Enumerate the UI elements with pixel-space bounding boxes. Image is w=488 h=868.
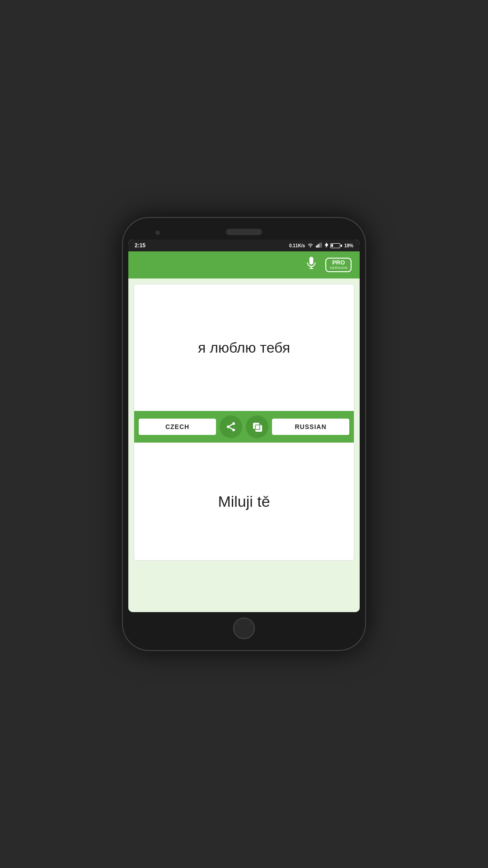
status-time: 2:15 — [135, 242, 145, 249]
battery-icon — [330, 243, 342, 248]
speaker — [226, 229, 262, 235]
copy-button[interactable] — [246, 415, 268, 438]
status-bar: 2:15 0.11K/s — [128, 240, 360, 251]
pro-version-badge[interactable]: PRO VERSION — [325, 258, 352, 272]
home-button[interactable] — [233, 618, 255, 639]
phone-bottom — [128, 612, 360, 642]
svg-rect-0 — [316, 245, 317, 247]
wifi-icon — [307, 242, 314, 249]
svg-line-12 — [230, 425, 233, 426]
phone-top-bar — [128, 226, 360, 240]
phone-shell: 2:15 0.11K/s — [122, 217, 366, 651]
svg-rect-4 — [321, 242, 322, 247]
version-label: VERSION — [329, 266, 347, 270]
translation-card: я люблю тебя CZECH — [134, 284, 354, 561]
main-content: я люблю тебя CZECH — [128, 278, 360, 612]
signal-icon — [316, 242, 322, 249]
russian-language-button[interactable]: RUSSIAN — [272, 419, 349, 435]
svg-rect-2 — [319, 244, 319, 247]
network-speed: 0.11K/s — [289, 243, 305, 248]
pro-label: PRO — [332, 259, 345, 266]
svg-point-10 — [232, 429, 235, 431]
svg-rect-15 — [253, 423, 259, 429]
status-right: 0.11K/s — [289, 242, 353, 249]
svg-rect-5 — [310, 257, 314, 264]
svg-rect-3 — [319, 243, 320, 248]
source-text: я люблю тебя — [198, 338, 290, 358]
app-toolbar: PRO VERSION — [128, 251, 360, 278]
source-text-area[interactable]: я люблю тебя — [134, 284, 354, 411]
svg-rect-1 — [317, 245, 318, 247]
svg-point-9 — [227, 425, 230, 428]
battery-percent: 19% — [344, 243, 353, 248]
phone-screen: 2:15 0.11K/s — [128, 240, 360, 612]
charging-icon — [324, 242, 328, 249]
language-bar: CZECH — [134, 411, 354, 443]
target-text-area[interactable]: Miluji tě — [134, 443, 354, 560]
share-button[interactable] — [220, 415, 242, 438]
svg-point-8 — [232, 422, 235, 425]
mic-button[interactable] — [305, 257, 317, 273]
target-text: Miluji tě — [218, 493, 270, 510]
czech-language-button[interactable]: CZECH — [139, 419, 216, 435]
front-camera — [155, 231, 160, 235]
svg-line-11 — [230, 428, 233, 429]
